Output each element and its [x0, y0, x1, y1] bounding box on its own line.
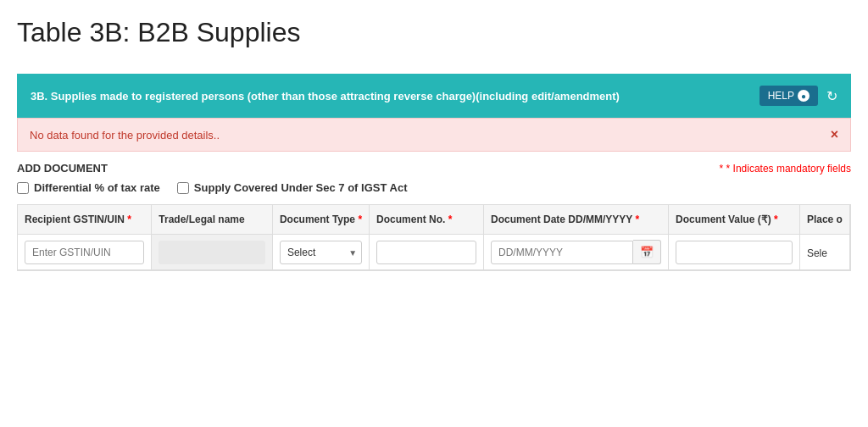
help-button[interactable]: HELP ● — [760, 86, 818, 106]
alert-bar: No data found for the provided details..… — [17, 118, 851, 152]
cell-gstin — [18, 235, 152, 270]
cell-doc-no — [370, 235, 484, 270]
doc-type-select[interactable]: Select Invoice Credit Note Debit Note — [280, 241, 362, 264]
cell-place: Sele — [799, 235, 849, 270]
mandatory-star: * — [720, 163, 726, 175]
col-gstin: Recipient GSTIN/UIN * — [18, 205, 152, 235]
col-doc-date: Document Date DD/MM/YYYY * — [484, 205, 669, 235]
col-doc-value: Document Value (₹) * — [669, 205, 800, 235]
section-header: 3B. Supplies made to registered persons … — [17, 74, 851, 118]
doc-no-input[interactable] — [376, 241, 476, 264]
doc-value-input[interactable] — [676, 241, 793, 264]
date-input[interactable] — [491, 241, 633, 264]
col-place: Place o — [799, 205, 849, 235]
calendar-button[interactable]: 📅 — [633, 240, 661, 264]
help-icon: ● — [798, 90, 810, 102]
mandatory-note: * * Indicates mandatory fields — [720, 163, 851, 175]
col-trade-name: Trade/Legal name — [152, 205, 273, 235]
gstin-required-star: * — [127, 214, 131, 225]
alert-message: No data found for the provided details.. — [30, 129, 220, 141]
page-title: Table 3B: B2B Supplies — [17, 17, 851, 48]
differential-tax-checkbox[interactable] — [17, 182, 29, 194]
place-select-truncated: Sele — [807, 247, 827, 259]
gstin-input[interactable] — [25, 241, 144, 264]
doc-date-required-star: * — [636, 214, 640, 225]
cell-doc-value — [669, 235, 800, 270]
checkboxes-row: Differential % of tax rate Supply Covere… — [17, 181, 851, 194]
supply-covered-checkbox[interactable] — [177, 182, 189, 194]
document-table-container: Recipient GSTIN/UIN * Trade/Legal name D… — [17, 204, 851, 271]
differential-tax-label: Differential % of tax rate — [34, 181, 160, 194]
doc-value-required-star: * — [774, 214, 778, 225]
help-button-label: HELP — [768, 90, 794, 102]
table-row: Select Invoice Credit Note Debit Note ▼ — [18, 235, 850, 270]
refresh-icon[interactable]: ↻ — [826, 88, 837, 104]
table-header-row: Recipient GSTIN/UIN * Trade/Legal name D… — [18, 205, 850, 235]
differential-tax-checkbox-label[interactable]: Differential % of tax rate — [17, 181, 160, 194]
cell-trade-name — [152, 235, 273, 270]
cell-doc-type: Select Invoice Credit Note Debit Note ▼ — [272, 235, 369, 270]
add-document-section: ADD DOCUMENT * * Indicates mandatory fie… — [17, 152, 851, 278]
supply-covered-label: Supply Covered Under Sec 7 of IGST Act — [194, 181, 408, 194]
doc-type-select-wrapper: Select Invoice Credit Note Debit Note ▼ — [280, 241, 362, 264]
doc-no-required-star: * — [448, 214, 453, 225]
document-table: Recipient GSTIN/UIN * Trade/Legal name D… — [18, 205, 850, 270]
doc-type-required-star: * — [358, 214, 362, 225]
alert-close-button[interactable]: × — [831, 127, 838, 142]
add-document-header-row: ADD DOCUMENT * * Indicates mandatory fie… — [17, 162, 851, 175]
section-header-text: 3B. Supplies made to registered persons … — [31, 90, 760, 103]
trade-name-input — [159, 241, 265, 264]
date-wrapper: 📅 — [491, 240, 661, 264]
col-doc-no: Document No. * — [370, 205, 484, 235]
col-doc-type: Document Type * — [272, 205, 369, 235]
cell-doc-date: 📅 — [484, 235, 669, 270]
add-document-label: ADD DOCUMENT — [17, 162, 108, 175]
supply-covered-checkbox-label[interactable]: Supply Covered Under Sec 7 of IGST Act — [177, 181, 408, 194]
